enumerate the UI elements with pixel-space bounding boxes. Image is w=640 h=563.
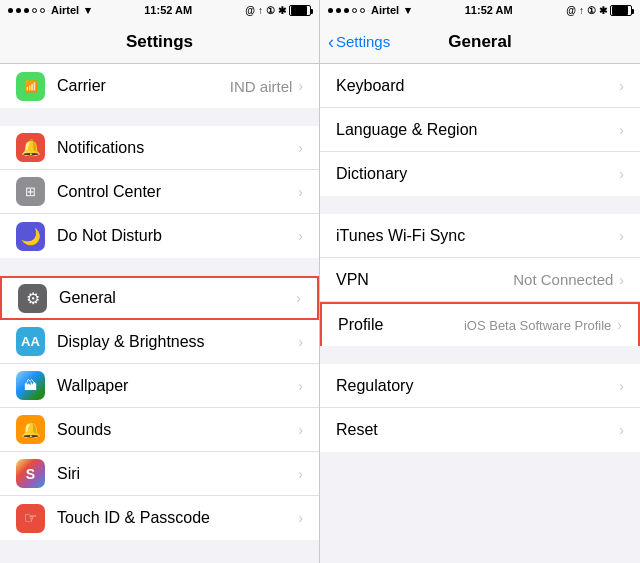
do-not-disturb-icon: 🌙 <box>16 222 45 251</box>
left-carrier-signal: Airtel ▾ <box>8 4 91 17</box>
gap-1 <box>0 108 319 126</box>
general-label: General <box>59 289 296 307</box>
signal-dot-5 <box>40 8 45 13</box>
display-label: Display & Brightness <box>57 333 298 351</box>
right-right-icons: @ ↑ ① ✱ <box>566 5 632 16</box>
right-status-bar: Airtel ▾ 11:52 AM @ ↑ ① ✱ <box>320 0 640 20</box>
r-location-icon: ↑ <box>579 5 584 16</box>
general-chevron: › <box>296 290 301 306</box>
itunes-wifi-chevron: › <box>619 228 624 244</box>
row-vpn[interactable]: VPN Not Connected › <box>320 258 640 302</box>
r-wifi-icon: ▾ <box>405 4 411 17</box>
signal-dot-2 <box>16 8 21 13</box>
location-icon: ↑ <box>258 5 263 16</box>
right-gap-2 <box>320 346 640 364</box>
row-profile[interactable]: Profile iOS Beta Software Profile › <box>320 302 640 346</box>
row-wallpaper[interactable]: 🏔 Wallpaper › <box>0 364 319 408</box>
reset-label: Reset <box>336 421 619 439</box>
right-panel: Airtel ▾ 11:52 AM @ ↑ ① ✱ ‹ Settings Gen… <box>320 0 640 563</box>
itunes-wifi-label: iTunes Wi-Fi Sync <box>336 227 619 245</box>
signal-dot-1 <box>8 8 13 13</box>
control-center-label: Control Center <box>57 183 298 201</box>
dictionary-chevron: › <box>619 166 624 182</box>
battery-icon <box>289 5 311 16</box>
language-chevron: › <box>619 122 624 138</box>
left-right-icons: @ ↑ ① ✱ <box>245 5 311 16</box>
left-carrier-name: Airtel <box>51 4 79 16</box>
r-signal-dot-4 <box>352 8 357 13</box>
right-time: 11:52 AM <box>465 4 513 16</box>
left-content: 📶 Carrier IND airtel › 🔔 Notifications ›… <box>0 64 319 563</box>
profile-label: Profile <box>338 316 464 334</box>
display-icon: AA <box>16 327 45 356</box>
siri-chevron: › <box>298 466 303 482</box>
row-do-not-disturb[interactable]: 🌙 Do Not Disturb › <box>0 214 319 258</box>
row-reset[interactable]: Reset › <box>320 408 640 452</box>
at-icon: @ <box>245 5 255 16</box>
main-section: 🔔 Notifications › ⊞ Control Center › 🌙 D… <box>0 126 319 258</box>
row-carrier[interactable]: 📶 Carrier IND airtel › <box>0 64 319 108</box>
touch-id-label: Touch ID & Passcode <box>57 509 298 527</box>
signal-dot-3 <box>24 8 29 13</box>
right-content: Keyboard › Language & Region › Dictionar… <box>320 64 640 563</box>
notifications-chevron: › <box>298 140 303 156</box>
row-display[interactable]: AA Display & Brightness › <box>0 320 319 364</box>
carrier-label: Carrier <box>57 77 230 95</box>
left-nav-bar: Settings <box>0 20 319 64</box>
right-carrier-signal: Airtel ▾ <box>328 4 411 17</box>
row-touch-id[interactable]: ☞ Touch ID & Passcode › <box>0 496 319 540</box>
carrier-chevron: › <box>298 78 303 94</box>
siri-label: Siri <box>57 465 298 483</box>
regulatory-label: Regulatory <box>336 377 619 395</box>
right-carrier-name: Airtel <box>371 4 399 16</box>
r-signal-dot-2 <box>336 8 341 13</box>
wallpaper-icon: 🏔 <box>16 371 45 400</box>
row-sounds[interactable]: 🔔 Sounds › <box>0 408 319 452</box>
left-nav-title: Settings <box>126 32 193 52</box>
wallpaper-chevron: › <box>298 378 303 394</box>
row-siri[interactable]: S Siri › <box>0 452 319 496</box>
sounds-label: Sounds <box>57 421 298 439</box>
row-notifications[interactable]: 🔔 Notifications › <box>0 126 319 170</box>
carrier-section: 📶 Carrier IND airtel › <box>0 64 319 108</box>
general-icon: ⚙ <box>18 284 47 313</box>
dictionary-label: Dictionary <box>336 165 619 183</box>
row-keyboard[interactable]: Keyboard › <box>320 64 640 108</box>
siri-icon: S <box>16 459 45 488</box>
vpn-value: Not Connected <box>513 271 613 288</box>
r-bluetooth-icon: ✱ <box>599 5 607 16</box>
r-at-icon: @ <box>566 5 576 16</box>
back-label: Settings <box>336 33 390 50</box>
vpn-label: VPN <box>336 271 513 289</box>
keyboard-label: Keyboard <box>336 77 619 95</box>
bluetooth-icon: ✱ <box>278 5 286 16</box>
r-info-icon: ① <box>587 5 596 16</box>
row-regulatory[interactable]: Regulatory › <box>320 364 640 408</box>
notifications-label: Notifications <box>57 139 298 157</box>
row-language[interactable]: Language & Region › <box>320 108 640 152</box>
right-nav-title: General <box>448 32 511 52</box>
wifi-icon: ▾ <box>85 4 91 17</box>
do-not-disturb-chevron: › <box>298 228 303 244</box>
row-control-center[interactable]: ⊞ Control Center › <box>0 170 319 214</box>
vpn-chevron: › <box>619 272 624 288</box>
sounds-chevron: › <box>298 422 303 438</box>
notifications-icon: 🔔 <box>16 133 45 162</box>
r-battery-icon <box>610 5 632 16</box>
group2-section: iTunes Wi-Fi Sync › VPN Not Connected › … <box>320 214 640 346</box>
touch-id-chevron: › <box>298 510 303 526</box>
row-general[interactable]: ⚙ General › <box>0 276 319 320</box>
gap-2 <box>0 258 319 276</box>
left-panel: Airtel ▾ 11:52 AM @ ↑ ① ✱ Settings 📶 Car… <box>0 0 320 563</box>
back-chevron-icon: ‹ <box>328 33 334 51</box>
regulatory-chevron: › <box>619 378 624 394</box>
control-center-chevron: › <box>298 184 303 200</box>
row-itunes-wifi[interactable]: iTunes Wi-Fi Sync › <box>320 214 640 258</box>
info-icon: ① <box>266 5 275 16</box>
row-dictionary[interactable]: Dictionary › <box>320 152 640 196</box>
language-label: Language & Region <box>336 121 619 139</box>
carrier-icon: 📶 <box>16 72 45 101</box>
sounds-icon: 🔔 <box>16 415 45 444</box>
general-section: ⚙ General › AA Display & Brightness › 🏔 … <box>0 276 319 540</box>
back-button[interactable]: ‹ Settings <box>328 33 390 51</box>
